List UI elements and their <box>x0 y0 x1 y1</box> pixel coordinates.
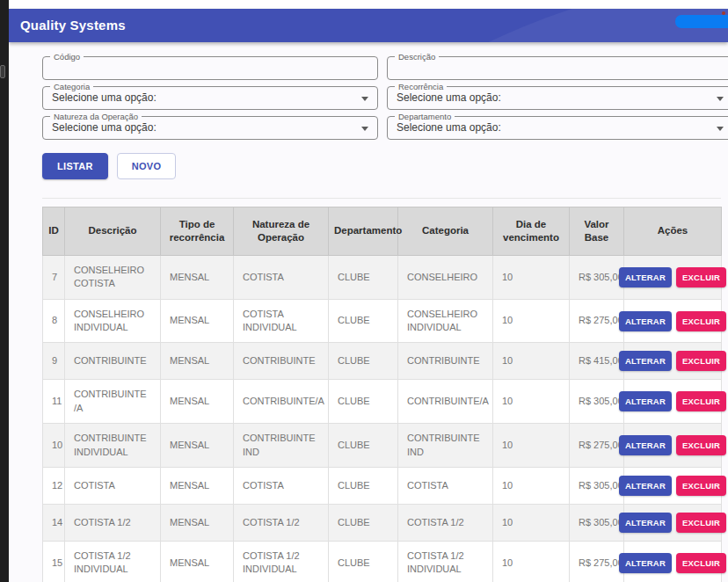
alterar-button[interactable]: ALTERAR <box>619 435 672 455</box>
alterar-button[interactable]: ALTERAR <box>619 553 672 573</box>
excluir-button[interactable]: EXCLUIR <box>676 435 726 455</box>
codigo-input[interactable] <box>43 57 377 79</box>
cell-categoria: CONTRIBUINTE/A <box>398 380 493 424</box>
cell-natureza: COTISTA 1/2 INDIVIDUAL <box>234 542 329 582</box>
excluir-button[interactable]: EXCLUIR <box>676 553 726 573</box>
cell-descricao: COTISTA <box>65 468 161 505</box>
cell-departamento: CLUBE <box>329 299 398 343</box>
novo-button[interactable]: NOVO <box>117 153 177 179</box>
alterar-button[interactable]: ALTERAR <box>619 513 672 533</box>
cell-descricao: CONTRIBUINTE INDIVIDUAL <box>65 424 161 468</box>
column-header-8: Ações <box>624 207 722 256</box>
excluir-button[interactable]: EXCLUIR <box>676 351 726 371</box>
recorrencia-select[interactable]: Recorrência Selecione uma opção: <box>387 86 728 110</box>
cell-departamento: CLUBE <box>329 505 398 542</box>
table-body: 7CONSELHEIRO COTISTAMENSALCOTISTACLUBECO… <box>43 255 722 582</box>
cell-id: 12 <box>43 468 65 505</box>
cell-valor: R$ 415,00 <box>570 343 624 380</box>
table-header-row: IDDescriçãoTipo de recorrênciaNatureza d… <box>43 207 722 256</box>
cell-valor: R$ 275,00 <box>570 424 624 468</box>
cell-descricao: COTISTA 1/2 <box>65 505 161 542</box>
cell-id: 11 <box>43 380 65 424</box>
cell-valor: R$ 275,00 <box>570 542 624 582</box>
table-row: 9CONTRIBUINTEMENSALCONTRIBUINTECLUBECONT… <box>43 343 722 380</box>
listar-button[interactable]: LISTAR <box>42 153 108 179</box>
recorrencia-selected-value: Selecione uma opção: <box>397 87 501 109</box>
alterar-button[interactable]: ALTERAR <box>619 476 672 496</box>
codigo-field[interactable]: Código <box>42 56 378 80</box>
cell-categoria: COTISTA 1/2 <box>398 505 493 542</box>
left-edge-handle <box>0 65 5 78</box>
cell-acoes: ALTERAREXCLUIR <box>624 468 722 505</box>
cell-valor: R$ 305,00 <box>570 505 624 542</box>
excluir-button[interactable]: EXCLUIR <box>676 311 726 331</box>
alterar-button[interactable]: ALTERAR <box>619 311 672 331</box>
table-row: 12COTISTAMENSALCOTISTACLUBECOTISTA10R$ 3… <box>43 468 722 505</box>
cell-departamento: CLUBE <box>329 343 398 380</box>
cell-descricao: CONTRIBUINTE /A <box>65 380 161 424</box>
cell-dia: 10 <box>493 424 570 468</box>
cell-acoes: ALTERAREXCLUIR <box>624 380 722 424</box>
cell-acoes: ALTERAREXCLUIR <box>624 505 722 542</box>
cell-natureza: CONTRIBUINTE <box>234 343 329 380</box>
column-header-6: Dia de vencimento <box>493 207 570 256</box>
categoria-selected-value: Selecione uma opção: <box>52 87 157 109</box>
categoria-select[interactable]: Categoria Selecione uma opção: <box>42 86 378 110</box>
cell-departamento: CLUBE <box>329 424 398 468</box>
cell-categoria: CONSELHEIRO <box>398 255 493 299</box>
cell-natureza: COTISTA INDIVIDUAL <box>234 299 329 343</box>
chevron-down-icon <box>717 97 724 101</box>
table-row: 7CONSELHEIRO COTISTAMENSALCOTISTACLUBECO… <box>43 255 722 299</box>
cell-dia: 10 <box>493 380 570 424</box>
cell-dia: 10 <box>493 255 570 299</box>
excluir-button[interactable]: EXCLUIR <box>676 513 726 533</box>
descricao-input[interactable] <box>388 57 728 79</box>
cell-dia: 10 <box>493 542 570 582</box>
excluir-button[interactable]: EXCLUIR <box>676 267 726 287</box>
cell-acoes: ALTERAREXCLUIR <box>624 343 722 380</box>
cell-categoria: COTISTA 1/2 INDIVIDUAL <box>398 542 493 582</box>
natureza-operacao-selected-value: Selecione uma opção: <box>52 117 157 139</box>
cell-valor: R$ 305,00 <box>570 380 624 424</box>
column-header-2: Tipo de recorrência <box>161 207 234 256</box>
cell-categoria: CONTRIBUINTE <box>398 343 493 380</box>
cell-descricao: CONSELHEIRO INDIVIDUAL <box>65 299 161 343</box>
cell-acoes: ALTERAREXCLUIR <box>624 424 722 468</box>
alterar-button[interactable]: ALTERAR <box>619 391 672 411</box>
natureza-operacao-select[interactable]: Natureza da Operação Selecione uma opção… <box>42 116 378 140</box>
cell-id: 7 <box>43 255 65 299</box>
column-header-0: ID <box>43 207 65 256</box>
alterar-button[interactable]: ALTERAR <box>619 351 672 371</box>
cell-dia: 10 <box>493 299 570 343</box>
cell-natureza: COTISTA 1/2 <box>234 505 329 542</box>
notification-dot-icon <box>722 11 725 15</box>
column-header-7: Valor Base <box>570 207 624 256</box>
excluir-button[interactable]: EXCLUIR <box>676 476 726 496</box>
cell-id: 9 <box>43 343 65 380</box>
results-table: IDDescriçãoTipo de recorrênciaNatureza d… <box>42 207 722 582</box>
cell-departamento: CLUBE <box>329 542 398 582</box>
cell-acoes: ALTERAREXCLUIR <box>624 542 722 582</box>
cell-descricao: COTISTA 1/2 INDIVIDUAL <box>65 542 161 582</box>
cell-tipo: MENSAL <box>161 299 234 343</box>
departamento-selected-value: Selecione uma opção: <box>397 117 501 139</box>
cell-valor: R$ 275,00 <box>570 299 624 343</box>
cell-natureza: COTISTA <box>234 255 329 299</box>
cell-descricao: CONSELHEIRO COTISTA <box>65 255 161 299</box>
table-head: IDDescriçãoTipo de recorrênciaNatureza d… <box>43 207 722 256</box>
chevron-down-icon <box>361 97 368 101</box>
descricao-field[interactable]: Descrição <box>387 56 728 80</box>
header-accent-pill[interactable] <box>675 15 728 28</box>
cell-tipo: MENSAL <box>161 380 234 424</box>
section-divider <box>42 198 721 199</box>
cell-tipo: MENSAL <box>161 424 234 468</box>
table-row: 8CONSELHEIRO INDIVIDUALMENSALCOTISTA IND… <box>43 299 722 343</box>
cell-categoria: COTISTA <box>398 468 493 505</box>
alterar-button[interactable]: ALTERAR <box>619 267 672 287</box>
departamento-select[interactable]: Departamento Selecione uma opção: <box>387 116 728 140</box>
app-title: Quality Systems <box>20 9 126 42</box>
column-header-1: Descrição <box>65 207 161 256</box>
excluir-button[interactable]: EXCLUIR <box>676 391 726 411</box>
left-edge-strip <box>0 0 9 582</box>
cell-tipo: MENSAL <box>161 542 234 582</box>
